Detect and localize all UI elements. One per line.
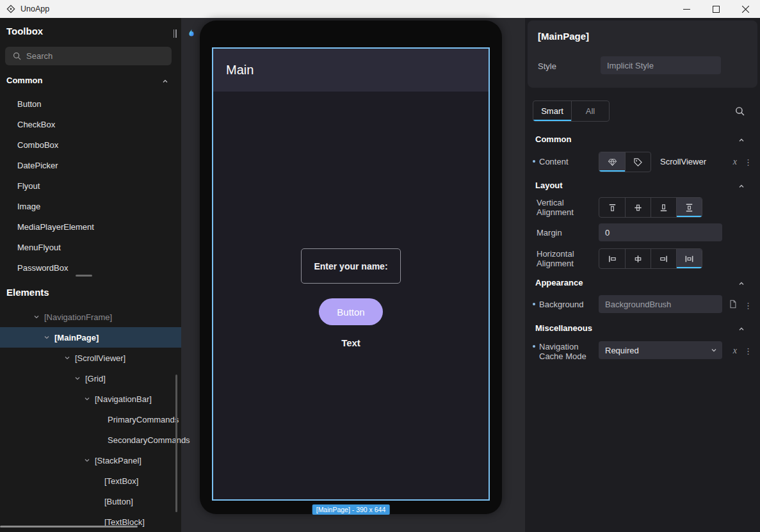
chevron-down-icon[interactable] <box>44 334 51 341</box>
tree-item-scrollviewer[interactable]: [ScrollViewer] <box>0 348 181 368</box>
tree-vertical-scrollbar[interactable] <box>175 375 177 512</box>
close-button[interactable] <box>731 0 760 18</box>
titlebar: UnoApp <box>0 0 760 18</box>
minimize-button[interactable] <box>672 0 701 18</box>
toolbox-section-common[interactable]: Common <box>6 76 42 85</box>
horizontal-alignment-label: Horizontal Alignment <box>537 249 586 268</box>
preview-textblock[interactable]: Text <box>341 337 360 348</box>
tab-all[interactable]: All <box>571 101 609 121</box>
maximize-button[interactable] <box>701 0 731 18</box>
margin-input[interactable] <box>599 223 722 241</box>
halign-center-button[interactable] <box>625 249 651 268</box>
halign-right-button[interactable] <box>651 249 676 268</box>
property-options-menu[interactable]: ⋮ <box>744 157 752 167</box>
halign-stretch-button[interactable] <box>676 249 702 268</box>
content-value[interactable]: ScrollViewer <box>660 157 706 166</box>
modified-dot <box>533 345 535 348</box>
toolbox-title: Toolbox <box>6 26 43 36</box>
elements-tree: [NavigationFrame] [MainPage] [ScrollView… <box>0 307 181 532</box>
tree-item-mainpage[interactable]: [MainPage] <box>0 327 181 348</box>
section-common[interactable]: Common <box>535 134 571 144</box>
brush-resource-icon[interactable] <box>729 300 737 311</box>
toolbox-item-checkbox[interactable]: CheckBox <box>0 115 181 135</box>
chevron-down-icon[interactable] <box>33 314 41 320</box>
app-window: UnoApp Toolbox Common Button CheckBox Co… <box>0 0 760 532</box>
tree-horizontal-scrollbar[interactable] <box>0 526 138 528</box>
tree-item-stackpanel[interactable]: [StackPanel] <box>0 450 181 471</box>
chevron-up-icon[interactable] <box>738 181 745 192</box>
navigation-cache-mode-label: Navigation Cache Mode <box>539 342 589 361</box>
tree-item-grid[interactable]: [Grid] <box>0 368 181 389</box>
tree-item-navigationframe[interactable]: [NavigationFrame] <box>0 307 181 327</box>
modified-dot <box>533 160 535 163</box>
tag-editor-button[interactable] <box>625 152 651 172</box>
margin-label: Margin <box>537 228 562 238</box>
binding-x-icon[interactable]: x <box>733 346 737 356</box>
property-options-menu[interactable]: ⋮ <box>744 346 752 356</box>
chevron-down-icon <box>711 347 717 353</box>
toolbox-item-mediaplayerelement[interactable]: MediaPlayerElement <box>0 217 181 238</box>
vertical-alignment-group <box>599 197 702 218</box>
property-search-icon[interactable] <box>735 106 745 118</box>
element-editor-button[interactable] <box>599 152 625 172</box>
selection-size-badge: [MainPage] - 390 x 644 <box>312 504 390 515</box>
valign-center-button[interactable] <box>625 198 651 217</box>
tab-smart[interactable]: Smart <box>533 101 571 121</box>
toolbox-item-combobox[interactable]: ComboBox <box>0 135 181 156</box>
binding-x-icon[interactable]: x <box>733 157 737 167</box>
valign-bottom-button[interactable] <box>651 198 676 217</box>
selected-element-name: [MainPage] <box>538 31 589 42</box>
property-row-navigation-cache-mode: Navigation Cache Mode Required x ⋮ <box>525 341 760 362</box>
style-input[interactable] <box>601 56 721 74</box>
navigation-cache-mode-dropdown[interactable]: Required <box>599 341 722 359</box>
tree-item-primarycommands[interactable]: PrimaryCommands <box>0 409 181 430</box>
toolbox-item-button[interactable]: Button <box>0 94 181 115</box>
chevron-down-icon[interactable] <box>84 396 92 402</box>
toolbox-item-image[interactable]: Image <box>0 197 181 217</box>
tag-icon <box>633 157 643 167</box>
toolbox-scrollbar-thumb[interactable] <box>76 275 92 277</box>
tree-item-navigationbar[interactable]: [NavigationBar] <box>0 389 181 409</box>
background-input[interactable] <box>599 295 722 313</box>
toolbox-list: Button CheckBox ComboBox DatePicker Flyo… <box>0 94 181 278</box>
valign-top-button[interactable] <box>599 198 625 217</box>
search-icon <box>13 52 21 60</box>
section-miscellaneous[interactable]: Miscellaneous <box>535 323 592 333</box>
preview-textbox[interactable]: Enter your name: <box>301 248 401 284</box>
chevron-up-icon[interactable] <box>162 76 168 87</box>
tree-item-textblock[interactable]: [TextBlock] <box>0 512 181 532</box>
chevron-down-icon[interactable] <box>64 355 72 361</box>
chevron-up-icon[interactable] <box>738 134 745 146</box>
property-row-horizontal-alignment: Horizontal Alignment <box>525 248 760 269</box>
chevron-down-icon[interactable] <box>84 457 92 463</box>
tree-item-secondarycommands[interactable]: SecondaryCommands <box>0 430 181 450</box>
hot-reload-flame-icon[interactable] <box>182 24 201 42</box>
preview-navigationbar[interactable]: Main <box>213 49 489 92</box>
section-layout[interactable]: Layout <box>535 181 563 190</box>
content-label: Content <box>539 157 569 166</box>
preview-page-title[interactable]: Main <box>226 49 254 92</box>
toolbox-item-datepicker[interactable]: DatePicker <box>0 156 181 176</box>
property-options-menu[interactable]: ⋮ <box>744 301 752 310</box>
page-selection-outline[interactable]: Main Enter your name: Button Text <box>212 47 490 501</box>
halign-left-button[interactable] <box>599 249 625 268</box>
chevron-up-icon[interactable] <box>738 278 745 289</box>
chevron-up-icon[interactable] <box>738 323 745 335</box>
chevron-down-icon[interactable] <box>74 375 82 382</box>
property-row-background: Background ⋮ <box>525 295 760 313</box>
horizontal-alignment-group <box>599 248 702 269</box>
tree-item-button[interactable]: [Button] <box>0 491 181 512</box>
elements-title: Elements <box>6 287 49 298</box>
valign-stretch-button[interactable] <box>676 198 702 217</box>
preview-button[interactable]: Button <box>319 298 383 325</box>
property-inspector: [MainPage] Style Smart All Common Conten… <box>525 18 760 532</box>
style-label: Style <box>538 61 556 71</box>
section-appearance[interactable]: Appearance <box>535 278 583 287</box>
toolbox-search[interactable] <box>5 47 172 65</box>
toolbar-drag-handle-icon[interactable] <box>170 24 179 42</box>
tree-item-textbox[interactable]: [TextBox] <box>0 471 181 491</box>
gem-icon <box>608 157 617 167</box>
toolbox-item-flyout[interactable]: Flyout <box>0 176 181 197</box>
toolbox-item-menuflyout[interactable]: MenuFlyout <box>0 238 181 258</box>
search-input[interactable] <box>26 51 172 61</box>
